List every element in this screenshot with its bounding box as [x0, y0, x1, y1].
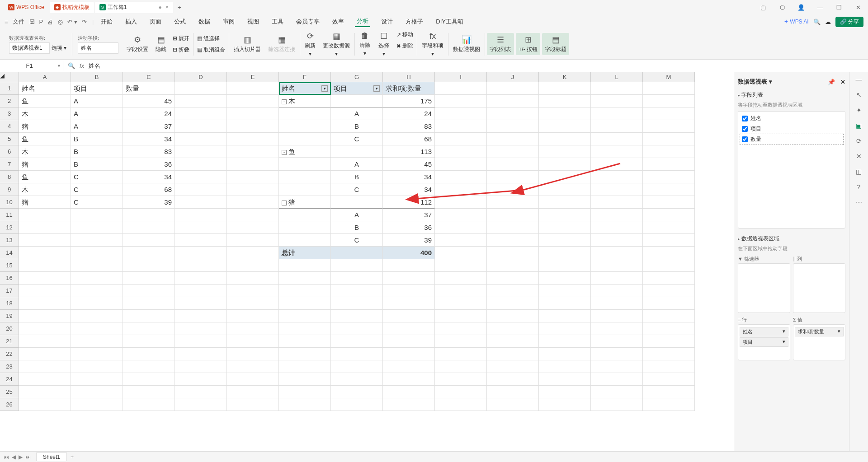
col-header-D[interactable]: D: [175, 72, 227, 82]
cell-J19[interactable]: [487, 310, 539, 322]
cell-J15[interactable]: [487, 259, 539, 272]
cell-D24[interactable]: [175, 373, 227, 386]
field-checkbox[interactable]: [742, 116, 748, 121]
cell-M14[interactable]: [643, 247, 695, 259]
cell-E24[interactable]: [227, 373, 279, 386]
cell-J25[interactable]: [487, 386, 539, 398]
cell-D7[interactable]: [175, 158, 227, 171]
cell-K20[interactable]: [539, 322, 591, 335]
options-button[interactable]: 选项 ▾: [52, 44, 66, 52]
row-header-8[interactable]: 8: [0, 171, 19, 183]
last-sheet-icon[interactable]: ⏭: [25, 454, 31, 460]
row-header-16[interactable]: 16: [0, 272, 19, 285]
cell-M23[interactable]: [643, 360, 695, 373]
cell-C9[interactable]: 68: [123, 183, 175, 196]
cell-C14[interactable]: [123, 247, 175, 259]
cell-L12[interactable]: [591, 221, 643, 234]
cell-G15[interactable]: [331, 259, 383, 272]
cell-I9[interactable]: [435, 183, 487, 196]
cell-D19[interactable]: [175, 310, 227, 322]
cell-J10[interactable]: [487, 196, 539, 209]
add-sheet-button[interactable]: +: [67, 454, 77, 460]
cell-M24[interactable]: [643, 373, 695, 386]
cell-H21[interactable]: [383, 335, 435, 348]
cell-D2[interactable]: [175, 95, 227, 107]
cell-J2[interactable]: [487, 95, 539, 107]
cell-H17[interactable]: [383, 285, 435, 297]
cell-C5[interactable]: 34: [123, 133, 175, 145]
cloud-icon[interactable]: ☁: [825, 19, 831, 25]
row-header-13[interactable]: 13: [0, 234, 19, 247]
cell-A8[interactable]: 鱼: [19, 171, 71, 183]
cell-D25[interactable]: [175, 386, 227, 398]
cell-H2[interactable]: 175: [383, 95, 435, 107]
cell-A10[interactable]: 猪: [19, 196, 71, 209]
cell-L2[interactable]: [591, 95, 643, 107]
rows-drop-area[interactable]: 姓名▾项目▾: [738, 324, 790, 360]
cell-L10[interactable]: [591, 196, 643, 209]
cell-A13[interactable]: [19, 234, 71, 247]
cell-E16[interactable]: [227, 272, 279, 285]
cell-K13[interactable]: [539, 234, 591, 247]
cell-F5[interactable]: [279, 133, 331, 145]
row-tag-项目[interactable]: 项目▾: [740, 337, 788, 347]
cell-J12[interactable]: [487, 221, 539, 234]
cell-I10[interactable]: [435, 196, 487, 209]
cell-D15[interactable]: [175, 259, 227, 272]
cell-M7[interactable]: [643, 158, 695, 171]
cell-I13[interactable]: [435, 234, 487, 247]
pivot-name-input[interactable]: 数据透视表1: [9, 42, 50, 54]
cell-L5[interactable]: [591, 133, 643, 145]
ungroup-button[interactable]: ▦ 取消组合: [195, 45, 227, 55]
cell-G13[interactable]: C: [331, 234, 383, 247]
cell-C18[interactable]: [123, 297, 175, 310]
cell-G17[interactable]: [331, 285, 383, 297]
row-header-14[interactable]: 14: [0, 247, 19, 259]
cell-H6[interactable]: 113: [383, 145, 435, 158]
cell-F24[interactable]: [279, 373, 331, 386]
cell-G19[interactable]: [331, 310, 383, 322]
cell-A17[interactable]: [19, 285, 71, 297]
cell-C12[interactable]: [123, 221, 175, 234]
cell-H23[interactable]: [383, 360, 435, 373]
cell-F8[interactable]: [279, 171, 331, 183]
cell-L9[interactable]: [591, 183, 643, 196]
cell-I19[interactable]: [435, 310, 487, 322]
cell-L20[interactable]: [591, 322, 643, 335]
next-sheet-icon[interactable]: ▶: [19, 454, 23, 460]
col-header-C[interactable]: C: [123, 72, 175, 82]
cell-M11[interactable]: [643, 209, 695, 221]
cell-D23[interactable]: [175, 360, 227, 373]
row-header-11[interactable]: 11: [0, 209, 19, 221]
cell-G5[interactable]: C: [331, 133, 383, 145]
cell-F19[interactable]: [279, 310, 331, 322]
cell-I12[interactable]: [435, 221, 487, 234]
cell-L18[interactable]: [591, 297, 643, 310]
cell-I2[interactable]: [435, 95, 487, 107]
cell-B19[interactable]: [71, 310, 123, 322]
cell-K15[interactable]: [539, 259, 591, 272]
share-button[interactable]: 🔗 分享: [835, 17, 863, 27]
cell-H12[interactable]: 36: [383, 221, 435, 234]
cell-H10[interactable]: 112: [383, 196, 435, 209]
cell-M9[interactable]: [643, 183, 695, 196]
cell-B21[interactable]: [71, 335, 123, 348]
cell-A19[interactable]: [19, 310, 71, 322]
cell-E17[interactable]: [227, 285, 279, 297]
cell-F20[interactable]: [279, 322, 331, 335]
cell-L8[interactable]: [591, 171, 643, 183]
col-header-L[interactable]: L: [591, 72, 643, 82]
cell-H11[interactable]: 37: [383, 209, 435, 221]
cell-E9[interactable]: [227, 183, 279, 196]
cell-J8[interactable]: [487, 171, 539, 183]
cell-M8[interactable]: [643, 171, 695, 183]
cell-D1[interactable]: [175, 82, 227, 95]
menu-icon[interactable]: ≡: [5, 19, 8, 25]
menu-开始[interactable]: 开始: [99, 17, 114, 27]
cell-M15[interactable]: [643, 259, 695, 272]
cell-J13[interactable]: [487, 234, 539, 247]
new-tab-button[interactable]: +: [174, 4, 185, 11]
cell-A15[interactable]: [19, 259, 71, 272]
cell-C15[interactable]: [123, 259, 175, 272]
cell-L7[interactable]: [591, 158, 643, 171]
